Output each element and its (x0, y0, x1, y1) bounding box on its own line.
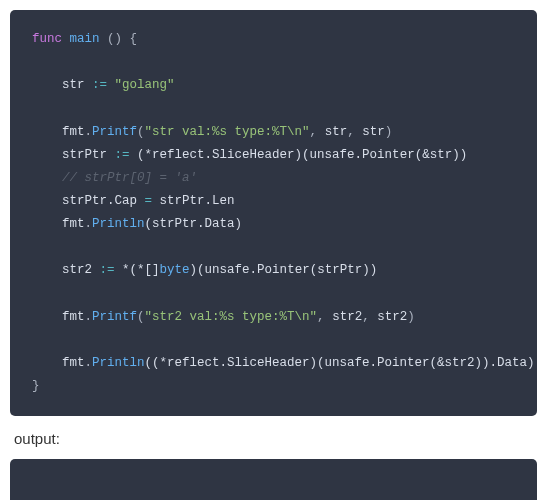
keyword-func: func (32, 32, 62, 46)
op-eq: = (145, 194, 153, 208)
cast-rest: )(unsafe.Pointer(strPtr)) (190, 263, 378, 277)
var-strptr: strPtr (62, 148, 107, 162)
comment-line: // strPtr[0] = 'a' (62, 171, 197, 185)
pkg-fmt: fmt (62, 356, 85, 370)
op-assign: := (115, 148, 130, 162)
func-printf: Printf (92, 125, 137, 139)
dot: . (85, 310, 93, 324)
output-block: go run main.go golang str val:golang typ… (10, 459, 537, 500)
comma: , (347, 125, 355, 139)
dot: . (85, 125, 93, 139)
cast-star: *(*[] (122, 263, 160, 277)
type-byte: byte (160, 263, 190, 277)
var-str: str (62, 78, 85, 92)
func-println: Println (92, 217, 145, 231)
code-block: func main () { str := "golang" fmt.Print… (10, 10, 537, 416)
paren-close: ) (385, 125, 393, 139)
strptr-cap: strPtr.Cap (62, 194, 137, 208)
comma: , (310, 125, 318, 139)
fmt-string: "str val:%s type:%T\n" (145, 125, 310, 139)
arg-str: str (355, 125, 385, 139)
println-arg: (strPtr.Data) (145, 217, 243, 231)
brace-close: } (32, 379, 40, 393)
dot: . (85, 217, 93, 231)
comma: , (362, 310, 370, 324)
unsafe-ptr: (unsafe.Pointer(&str)) (302, 148, 467, 162)
pkg-fmt: fmt (62, 125, 85, 139)
arg-str2: str2 (370, 310, 408, 324)
comma: , (317, 310, 325, 324)
strptr-len: strPtr.Len (160, 194, 235, 208)
func-main: main (70, 32, 100, 46)
arg-str: str (317, 125, 347, 139)
string-lit: "golang" (115, 78, 175, 92)
output-label: output: (14, 430, 533, 447)
op-assign: := (92, 78, 107, 92)
println-arg2: ((*reflect.SliceHeader)(unsafe.Pointer(&… (145, 356, 535, 370)
func-println: Println (92, 356, 145, 370)
func-printf: Printf (92, 310, 137, 324)
var-str2: str2 (62, 263, 92, 277)
parens: () (107, 32, 122, 46)
cast-reflect: (*reflect.SliceHeader) (137, 148, 302, 162)
fmt-string: "str2 val:%s type:%T\n" (145, 310, 318, 324)
op-assign: := (100, 263, 115, 277)
paren-open: ( (137, 125, 145, 139)
dot: . (85, 356, 93, 370)
pkg-fmt: fmt (62, 217, 85, 231)
paren-open: ( (137, 310, 145, 324)
brace-open: { (130, 32, 138, 46)
pkg-fmt: fmt (62, 310, 85, 324)
arg-str2: str2 (325, 310, 363, 324)
paren-close: ) (407, 310, 415, 324)
